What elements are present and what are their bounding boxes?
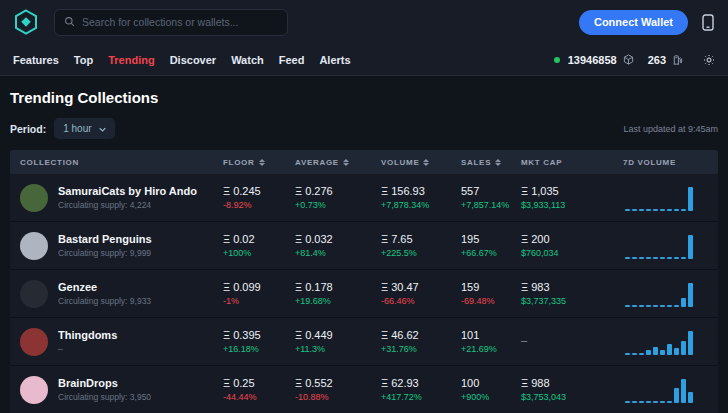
nav-item-feed[interactable]: Feed	[279, 54, 305, 66]
volume-cell: Ξ46.62 +31.76%	[381, 329, 461, 354]
sales-change: +21.69%	[461, 344, 521, 354]
chevron-down-icon	[99, 123, 106, 134]
volume-cell: Ξ30.47 -66.46%	[381, 281, 461, 306]
average-value: 0.449	[305, 329, 333, 341]
average-value: 0.276	[305, 185, 333, 197]
collection-cell[interactable]: SamuraiCats by Hiro Ando Circulating sup…	[10, 184, 223, 212]
collection-avatar	[20, 376, 48, 404]
sales-value: 101	[461, 329, 479, 341]
col-header-collection: COLLECTION	[10, 158, 223, 167]
sales-change: +66.67%	[461, 248, 521, 258]
collection-supply: –	[58, 344, 117, 354]
table-row[interactable]: BrainDrops Circulating supply: 3,950 Ξ0.…	[10, 366, 718, 413]
search-input[interactable]	[82, 16, 278, 28]
mobile-app-icon[interactable]	[702, 14, 714, 31]
sort-icon[interactable]	[343, 159, 349, 166]
volume-value: 7.65	[391, 233, 412, 245]
network-stats: 13946858 263	[554, 54, 715, 66]
volume-change: -66.46%	[381, 296, 461, 306]
eth-icon: Ξ	[223, 329, 230, 341]
collection-avatar	[20, 328, 48, 356]
page-title: Trending Collections	[10, 89, 718, 106]
eth-icon: Ξ	[295, 233, 302, 245]
average-change: +19.68%	[295, 296, 381, 306]
eth-icon: Ξ	[295, 329, 302, 341]
table-row[interactable]: Thingdoms – Ξ0.395 +16.18% Ξ0.449 +11.3%…	[10, 318, 718, 366]
collection-supply: Circulating supply: 4,224	[58, 200, 197, 210]
period-label: Period:	[10, 123, 46, 135]
table-row[interactable]: SamuraiCats by Hiro Ando Circulating sup…	[10, 174, 718, 222]
floor-cell: Ξ0.395 +16.18%	[223, 329, 295, 354]
sales-cell: 159 -69.48%	[461, 281, 521, 306]
volume-change: +417.72%	[381, 392, 461, 402]
eth-icon: Ξ	[295, 185, 302, 197]
collection-name: SamuraiCats by Hiro Ando	[58, 185, 197, 197]
floor-value: 0.099	[233, 281, 261, 293]
eth-icon: Ξ	[381, 329, 388, 341]
nav-item-top[interactable]: Top	[74, 54, 93, 66]
block-cube-icon	[623, 54, 634, 65]
eth-icon: Ξ	[521, 233, 528, 245]
gas-pump-icon	[672, 54, 683, 66]
eth-icon: Ξ	[295, 377, 302, 389]
sort-icon[interactable]	[259, 159, 265, 166]
mktcap-value: –	[521, 334, 623, 346]
status-dot	[554, 57, 560, 63]
collection-supply: Circulating supply: 9,933	[58, 296, 151, 306]
sales-cell: 101 +21.69%	[461, 329, 521, 354]
volume-cell: Ξ7.65 +225.5%	[381, 233, 461, 258]
collection-cell[interactable]: Bastard Penguins Circulating supply: 9,9…	[10, 232, 223, 260]
last-updated: Last updated at 9:45am	[623, 124, 718, 134]
nav-item-discover[interactable]: Discover	[170, 54, 216, 66]
sales-value: 195	[461, 233, 479, 245]
average-cell: Ξ0.178 +19.68%	[295, 281, 381, 306]
top-bar: Connect Wallet	[0, 0, 728, 44]
floor-cell: Ξ0.099 -1%	[223, 281, 295, 306]
app-logo-icon[interactable]	[14, 9, 38, 35]
nav-item-trending[interactable]: Trending	[108, 54, 154, 66]
mktcap-cell: Ξ988 $3,753,043	[521, 377, 623, 402]
volume-change: +31.76%	[381, 344, 461, 354]
eth-icon: Ξ	[521, 281, 528, 293]
sort-icon[interactable]	[495, 159, 501, 166]
search-box[interactable]	[54, 9, 288, 36]
connect-wallet-button[interactable]: Connect Wallet	[579, 10, 688, 35]
floor-change: +16.18%	[223, 344, 295, 354]
floor-change: -44.44%	[223, 392, 295, 402]
mktcap-value: 983	[531, 281, 549, 293]
mktcap-value: 988	[531, 377, 549, 389]
floor-change: -1%	[223, 296, 295, 306]
nav-item-features[interactable]: Features	[13, 54, 59, 66]
period-dropdown[interactable]: 1 hour	[54, 118, 114, 139]
collection-name: BrainDrops	[58, 377, 151, 389]
floor-change: -8.92%	[223, 200, 295, 210]
col-header-average: AVERAGE	[295, 158, 381, 167]
gas-price: 263	[648, 54, 666, 66]
eth-icon: Ξ	[223, 377, 230, 389]
eth-icon: Ξ	[381, 233, 388, 245]
eth-icon: Ξ	[521, 377, 528, 389]
mktcap-usd: $3,933,113	[521, 200, 623, 210]
average-cell: Ξ0.449 +11.3%	[295, 329, 381, 354]
table-row[interactable]: Bastard Penguins Circulating supply: 9,9…	[10, 222, 718, 270]
col-header-sales: SALES	[461, 158, 521, 167]
floor-change: +100%	[223, 248, 295, 258]
eth-icon: Ξ	[521, 185, 528, 197]
sort-icon[interactable]	[423, 159, 429, 166]
table-row[interactable]: Genzee Circulating supply: 9,933 Ξ0.099 …	[10, 270, 718, 318]
volume-value: 156.93	[391, 185, 425, 197]
collection-name: Thingdoms	[58, 329, 117, 341]
theme-toggle-icon[interactable]	[703, 54, 715, 66]
collection-cell[interactable]: Genzee Circulating supply: 9,933	[10, 280, 223, 308]
nav-item-alerts[interactable]: Alerts	[319, 54, 350, 66]
mktcap-value: 200	[531, 233, 549, 245]
collection-cell[interactable]: BrainDrops Circulating supply: 3,950	[10, 376, 223, 404]
volume-value: 46.62	[391, 329, 419, 341]
col-header-floor: FLOOR	[223, 158, 295, 167]
collection-cell[interactable]: Thingdoms –	[10, 328, 223, 356]
mktcap-cell: Ξ983 $3,737,335	[521, 281, 623, 306]
nav-item-watch[interactable]: Watch	[231, 54, 264, 66]
mktcap-usd: $760,034	[521, 248, 623, 258]
collection-supply: Circulating supply: 9,999	[58, 248, 152, 258]
average-change: +81.4%	[295, 248, 381, 258]
